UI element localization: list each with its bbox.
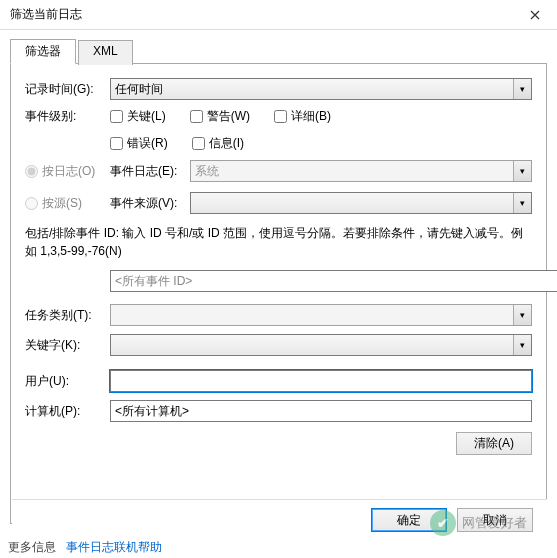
radio-by-log[interactable]: 按日志(O) [25, 163, 110, 180]
computer-label: 计算机(P): [25, 403, 110, 420]
tab-filter[interactable]: 筛选器 [10, 39, 76, 64]
cancel-button[interactable]: 取消 [457, 508, 533, 532]
user-label: 用户(U): [25, 373, 110, 390]
keywords-label: 关键字(K): [25, 337, 110, 354]
computer-input[interactable] [110, 400, 532, 422]
bottom-meta: 更多信息 事件日志联机帮助 [8, 539, 162, 556]
logged-select[interactable]: 任何时间 [110, 78, 532, 100]
close-button[interactable] [512, 0, 557, 30]
tab-xml[interactable]: XML [78, 40, 133, 65]
tab-strip: 筛选器 XML [10, 38, 547, 64]
task-label: 任务类别(T): [25, 307, 110, 324]
user-input[interactable] [110, 370, 532, 392]
dialog-footer: 确定 取消 [12, 499, 547, 540]
event-id-help: 包括/排除事件 ID: 输入 ID 号和/或 ID 范围，使用逗号分隔。若要排除… [25, 224, 532, 260]
logged-label: 记录时间(G): [25, 81, 110, 98]
filter-panel: 记录时间(G): 任何时间 ▾ 事件级别: 关键(L) 警告(W) 详细(B) … [10, 64, 547, 524]
level-label: 事件级别: [25, 108, 110, 125]
check-warning[interactable]: 警告(W) [190, 108, 250, 125]
task-select[interactable] [110, 304, 532, 326]
titlebar: 筛选当前日志 [0, 0, 557, 30]
check-verbose[interactable]: 详细(B) [274, 108, 331, 125]
close-icon [530, 10, 540, 20]
check-critical[interactable]: 关键(L) [110, 108, 166, 125]
window-title: 筛选当前日志 [10, 6, 82, 23]
event-source-label: 事件来源(V): [110, 195, 190, 212]
event-log-label: 事件日志(E): [110, 163, 190, 180]
keywords-select[interactable] [110, 334, 532, 356]
ok-button[interactable]: 确定 [371, 508, 447, 532]
event-source-select[interactable] [190, 192, 532, 214]
check-error[interactable]: 错误(R) [110, 135, 168, 152]
event-id-input[interactable] [110, 270, 557, 292]
check-info[interactable]: 信息(I) [192, 135, 244, 152]
help-link[interactable]: 事件日志联机帮助 [66, 539, 162, 556]
event-log-select[interactable]: 系统 [190, 160, 532, 182]
clear-button[interactable]: 清除(A) [456, 432, 532, 455]
radio-by-source[interactable]: 按源(S) [25, 195, 110, 212]
more-info-label: 更多信息 [8, 539, 56, 556]
